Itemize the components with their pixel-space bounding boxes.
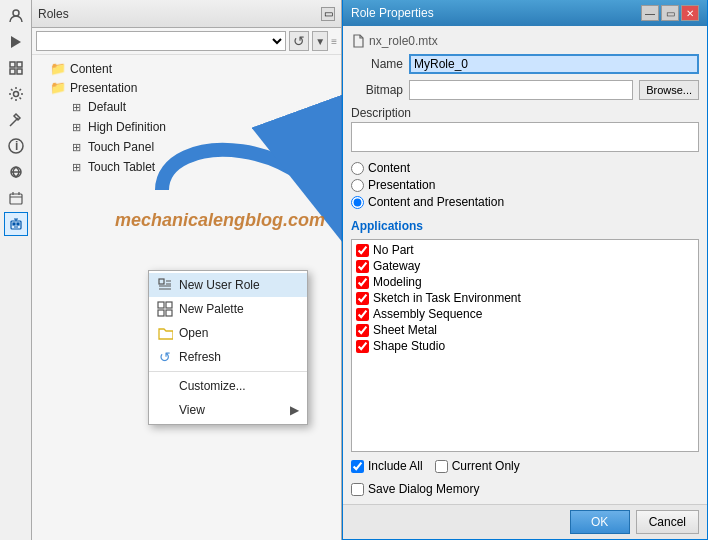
description-textarea[interactable] (351, 122, 699, 152)
applications-section-title: Applications (351, 219, 699, 233)
browse-button[interactable]: Browse... (639, 80, 699, 100)
bitmap-row: Bitmap Browse... (351, 80, 699, 100)
name-input[interactable] (409, 54, 699, 74)
roles-toolbar-icon[interactable] (4, 4, 28, 28)
tree-item-default[interactable]: ⊞ Default (32, 97, 341, 117)
app-item-modeling[interactable]: Modeling (354, 274, 696, 290)
new-palette-icon (157, 301, 173, 317)
app-item-gateway[interactable]: Gateway (354, 258, 696, 274)
svg-rect-12 (13, 223, 15, 225)
calendar-toolbar-icon[interactable] (4, 186, 28, 210)
svg-rect-4 (10, 69, 15, 74)
filename-label: nx_role0.mtx (369, 34, 438, 48)
menu-item-refresh-label: Refresh (179, 350, 221, 364)
tree-item-presentation[interactable]: 📁 Presentation (32, 78, 341, 97)
tree-item-tt-label: Touch Tablet (88, 160, 155, 174)
tree-item-touch-tablet[interactable]: ⊞ Touch Tablet (32, 157, 341, 177)
current-only-checkbox[interactable] (435, 460, 448, 473)
app-label-assembly: Assembly Sequence (373, 307, 482, 321)
app-checkbox-assembly[interactable] (356, 308, 369, 321)
include-all-item[interactable]: Include All (351, 459, 423, 473)
radio-content-input[interactable] (351, 162, 364, 175)
app-label-modeling: Modeling (373, 275, 422, 289)
tree-item-hd-label: High Definition (88, 120, 166, 134)
bitmap-input[interactable] (409, 80, 633, 100)
current-only-item[interactable]: Current Only (435, 459, 520, 473)
menu-item-open-label: Open (179, 326, 208, 340)
radio-group: Content Presentation Content and Present… (351, 158, 699, 212)
include-all-label: Include All (368, 459, 423, 473)
robot-toolbar-icon[interactable] (4, 212, 28, 236)
tree-item-touch-panel[interactable]: ⊞ Touch Panel (32, 137, 341, 157)
tools-toolbar-icon[interactable] (4, 108, 28, 132)
play-toolbar-icon[interactable] (4, 30, 28, 54)
dialog-controls: — ▭ ✕ (641, 5, 699, 21)
app-item-no-part[interactable]: No Part (354, 242, 696, 258)
dialog-minimize-button[interactable]: — (641, 5, 659, 21)
ok-button[interactable]: OK (570, 510, 630, 534)
view-icon (157, 402, 173, 418)
app-label-sheet-metal: Sheet Metal (373, 323, 437, 337)
app-checkbox-shape-studio[interactable] (356, 340, 369, 353)
dialog-footer: OK Cancel (343, 504, 707, 539)
dialog-title: Role Properties (351, 6, 434, 20)
menu-item-view-label: View (179, 403, 205, 417)
roles-panel-title: Roles (38, 7, 69, 21)
role-item-icon-tt: ⊞ (68, 159, 84, 175)
svg-rect-16 (158, 302, 164, 308)
app-checkbox-sketch[interactable] (356, 292, 369, 305)
radio-presentation-input[interactable] (351, 179, 364, 192)
network-toolbar-icon[interactable] (4, 160, 28, 184)
radio-both-input[interactable] (351, 196, 364, 209)
app-checkbox-sheet-metal[interactable] (356, 324, 369, 337)
radio-content-presentation[interactable]: Content and Presentation (351, 194, 699, 210)
app-item-assembly[interactable]: Assembly Sequence (354, 306, 696, 322)
roles-refresh-button[interactable]: ↺ (289, 31, 309, 51)
include-all-checkbox[interactable] (351, 460, 364, 473)
tree-item-presentation-label: Presentation (70, 81, 137, 95)
file-row: nx_role0.mtx (351, 32, 699, 50)
roles-menu-label: ≡ (331, 36, 337, 47)
name-label: Name (351, 57, 403, 71)
app-checkbox-no-part[interactable] (356, 244, 369, 257)
view-submenu-arrow: ▶ (290, 403, 299, 417)
radio-content-label: Content (368, 161, 410, 175)
settings-toolbar-icon[interactable] (4, 82, 28, 106)
save-row: Save Dialog Memory (351, 480, 699, 498)
app-item-sketch-task[interactable]: Sketch in Task Environment (354, 290, 696, 306)
roles-panel-close-button[interactable]: ▭ (321, 7, 335, 21)
module-toolbar-icon[interactable] (4, 56, 28, 80)
cancel-button[interactable]: Cancel (636, 510, 699, 534)
dialog-maximize-button[interactable]: ▭ (661, 5, 679, 21)
menu-item-refresh[interactable]: ↺ Refresh (149, 345, 307, 369)
radio-presentation[interactable]: Presentation (351, 177, 699, 193)
tree-item-high-definition[interactable]: ⊞ High Definition (32, 117, 341, 137)
roles-dropdown[interactable] (36, 31, 286, 51)
app-checkbox-gateway[interactable] (356, 260, 369, 273)
radio-content[interactable]: Content (351, 160, 699, 176)
folder-icon: 📁 (50, 61, 66, 76)
menu-item-customize-label: Customize... (179, 379, 246, 393)
role-item-icon-default: ⊞ (68, 99, 84, 115)
app-item-sheet-metal[interactable]: Sheet Metal (354, 322, 696, 338)
roles-menu-button[interactable]: ▼ (312, 31, 328, 51)
tree-item-content[interactable]: 📁 Content (32, 59, 341, 78)
menu-item-customize[interactable]: Customize... (149, 374, 307, 398)
save-dialog-checkbox[interactable] (351, 483, 364, 496)
applications-list[interactable]: No Part Gateway Modeling Sketch in Task … (351, 239, 699, 452)
app-checkbox-modeling[interactable] (356, 276, 369, 289)
menu-item-new-user-role[interactable]: New User Role (149, 273, 307, 297)
roles-toolbar: ↺ ▼ ≡ (32, 28, 341, 55)
tree-item-tp-label: Touch Panel (88, 140, 154, 154)
svg-rect-13 (17, 223, 19, 225)
app-item-shape-studio[interactable]: Shape Studio (354, 338, 696, 354)
file-icon (351, 34, 365, 48)
info-toolbar-icon[interactable]: i (4, 134, 28, 158)
dialog-titlebar: Role Properties — ▭ ✕ (343, 0, 707, 26)
menu-item-new-palette[interactable]: New Palette (149, 297, 307, 321)
svg-rect-10 (10, 194, 22, 204)
svg-point-0 (13, 10, 19, 16)
menu-item-view[interactable]: View ▶ (149, 398, 307, 422)
dialog-close-button[interactable]: ✕ (681, 5, 699, 21)
menu-item-open[interactable]: Open (149, 321, 307, 345)
